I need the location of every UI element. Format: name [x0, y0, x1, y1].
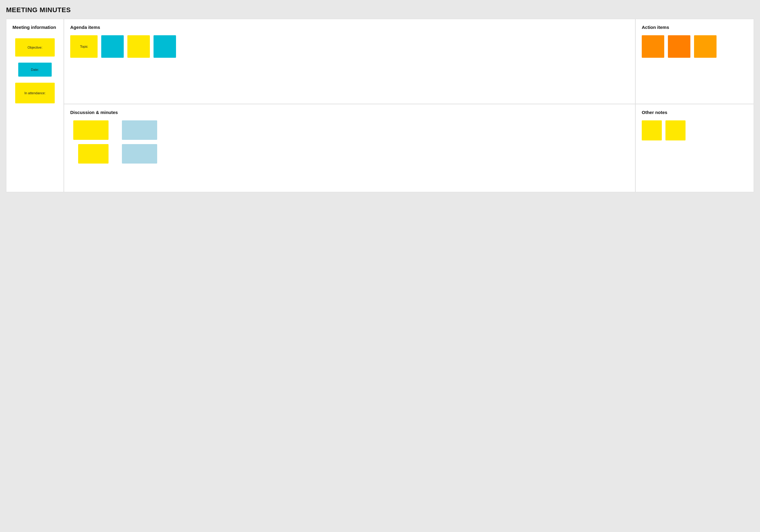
sticky-other-1[interactable]	[642, 121, 662, 140]
discussion-stickies	[73, 121, 629, 164]
sticky-discussion-blue-1[interactable]	[122, 121, 157, 140]
panel-action: Action items	[635, 19, 754, 104]
sticky-action-3[interactable]	[694, 35, 717, 58]
agenda-title: Agenda items	[70, 24, 629, 30]
sticky-attendance[interactable]: In attendance:	[15, 83, 55, 103]
panel-meeting-info: Meeting information Objective: Date: In …	[6, 19, 64, 192]
sticky-agenda-teal-1[interactable]	[101, 35, 124, 58]
page-title: MEETING MINUTES	[6, 6, 754, 14]
agenda-stickies: Topic	[70, 35, 629, 58]
sticky-agenda-teal-2[interactable]	[154, 35, 176, 58]
action-stickies	[642, 35, 747, 58]
panel-other: Other notes	[635, 104, 754, 192]
sticky-agenda-yellow-1[interactable]	[127, 35, 150, 58]
sticky-discussion-yellow-1[interactable]	[73, 121, 109, 140]
sticky-objective[interactable]: Objective:	[15, 38, 55, 57]
meeting-info-title: Meeting information	[13, 24, 58, 30]
meeting-info-stickies: Objective: Date: In attendance:	[13, 38, 58, 103]
sticky-action-1[interactable]	[642, 35, 664, 58]
sticky-discussion-yellow-2[interactable]	[78, 144, 109, 164]
sticky-action-2[interactable]	[668, 35, 690, 58]
board: Meeting information Objective: Date: In …	[6, 19, 754, 192]
sticky-topic[interactable]: Topic	[70, 35, 98, 58]
action-title: Action items	[642, 24, 747, 30]
sticky-other-2[interactable]	[665, 121, 686, 140]
other-stickies	[642, 121, 747, 140]
other-title: Other notes	[642, 110, 747, 115]
panel-agenda: Agenda items Topic	[64, 19, 635, 104]
discussion-title: Discussion & minutes	[70, 110, 629, 115]
sticky-date[interactable]: Date:	[18, 63, 52, 76]
sticky-discussion-blue-2[interactable]	[122, 144, 157, 164]
panel-discussion: Discussion & minutes	[64, 104, 635, 192]
